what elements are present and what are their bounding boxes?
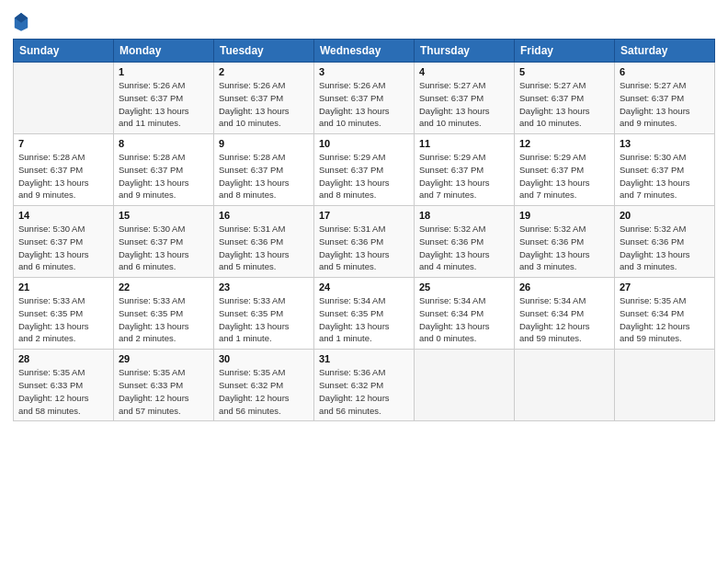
calendar-cell: 5Sunrise: 5:27 AM Sunset: 6:37 PM Daylig…	[515, 63, 615, 134]
calendar-cell	[615, 350, 715, 421]
calendar-header: SundayMondayTuesdayWednesdayThursdayFrid…	[14, 40, 715, 63]
logo-icon	[13, 11, 29, 31]
day-of-week-header: Wednesday	[314, 40, 415, 63]
day-of-week-header: Thursday	[415, 40, 515, 63]
calendar-cell: 6Sunrise: 5:27 AM Sunset: 6:37 PM Daylig…	[615, 63, 715, 134]
day-info: Sunrise: 5:26 AM Sunset: 6:37 PM Dayligh…	[219, 79, 309, 130]
calendar-cell: 18Sunrise: 5:32 AM Sunset: 6:36 PM Dayli…	[415, 206, 515, 278]
day-number: 31	[319, 353, 409, 364]
calendar-cell: 24Sunrise: 5:34 AM Sunset: 6:35 PM Dayli…	[314, 278, 415, 350]
day-number: 22	[119, 282, 209, 293]
day-info: Sunrise: 5:36 AM Sunset: 6:32 PM Dayligh…	[319, 366, 409, 417]
day-info: Sunrise: 5:27 AM Sunset: 6:37 PM Dayligh…	[419, 79, 509, 130]
day-number: 30	[219, 353, 309, 364]
calendar-cell: 16Sunrise: 5:31 AM Sunset: 6:36 PM Dayli…	[214, 206, 314, 278]
calendar-cell: 21Sunrise: 5:33 AM Sunset: 6:35 PM Dayli…	[14, 278, 114, 350]
calendar-cell: 17Sunrise: 5:31 AM Sunset: 6:36 PM Dayli…	[314, 206, 415, 278]
calendar-cell: 30Sunrise: 5:35 AM Sunset: 6:32 PM Dayli…	[214, 350, 314, 421]
calendar-cell: 10Sunrise: 5:29 AM Sunset: 6:37 PM Dayli…	[314, 134, 415, 206]
calendar-cell: 1Sunrise: 5:26 AM Sunset: 6:37 PM Daylig…	[114, 63, 214, 134]
day-number: 16	[219, 210, 309, 221]
day-info: Sunrise: 5:33 AM Sunset: 6:35 PM Dayligh…	[119, 294, 209, 345]
calendar-cell: 12Sunrise: 5:29 AM Sunset: 6:37 PM Dayli…	[515, 134, 615, 206]
day-of-week-header: Monday	[114, 40, 214, 63]
day-number: 20	[620, 210, 710, 221]
calendar-cell: 8Sunrise: 5:28 AM Sunset: 6:37 PM Daylig…	[114, 134, 214, 206]
day-info: Sunrise: 5:28 AM Sunset: 6:37 PM Dayligh…	[18, 151, 108, 201]
calendar-cell: 19Sunrise: 5:32 AM Sunset: 6:36 PM Dayli…	[515, 206, 615, 278]
day-info: Sunrise: 5:29 AM Sunset: 6:37 PM Dayligh…	[419, 151, 509, 201]
calendar-week-row: 14Sunrise: 5:30 AM Sunset: 6:37 PM Dayli…	[14, 206, 715, 278]
day-number: 18	[419, 210, 509, 221]
calendar-cell: 22Sunrise: 5:33 AM Sunset: 6:35 PM Dayli…	[114, 278, 214, 350]
day-info: Sunrise: 5:33 AM Sunset: 6:35 PM Dayligh…	[219, 294, 309, 345]
calendar-body: 1Sunrise: 5:26 AM Sunset: 6:37 PM Daylig…	[14, 63, 715, 421]
calendar-cell: 14Sunrise: 5:30 AM Sunset: 6:37 PM Dayli…	[14, 206, 114, 278]
day-number: 12	[519, 138, 609, 149]
day-number: 23	[219, 282, 309, 293]
calendar-cell: 26Sunrise: 5:34 AM Sunset: 6:34 PM Dayli…	[515, 278, 615, 350]
day-number: 21	[18, 282, 108, 293]
day-number: 9	[219, 138, 309, 149]
header	[13, 11, 715, 31]
day-number: 1	[119, 66, 209, 77]
day-info: Sunrise: 5:34 AM Sunset: 6:34 PM Dayligh…	[519, 294, 609, 345]
day-number: 5	[519, 66, 609, 77]
calendar-table: SundayMondayTuesdayWednesdayThursdayFrid…	[13, 39, 715, 421]
day-info: Sunrise: 5:32 AM Sunset: 6:36 PM Dayligh…	[419, 223, 509, 273]
calendar-cell: 9Sunrise: 5:28 AM Sunset: 6:37 PM Daylig…	[214, 134, 314, 206]
calendar-cell: 29Sunrise: 5:35 AM Sunset: 6:33 PM Dayli…	[114, 350, 214, 421]
day-number: 19	[519, 210, 609, 221]
day-info: Sunrise: 5:28 AM Sunset: 6:37 PM Dayligh…	[219, 151, 309, 201]
day-number: 25	[419, 282, 509, 293]
calendar-cell: 13Sunrise: 5:30 AM Sunset: 6:37 PM Dayli…	[615, 134, 715, 206]
calendar-cell: 20Sunrise: 5:32 AM Sunset: 6:36 PM Dayli…	[615, 206, 715, 278]
day-number: 6	[620, 66, 710, 77]
day-info: Sunrise: 5:35 AM Sunset: 6:34 PM Dayligh…	[620, 294, 710, 345]
calendar-cell	[415, 350, 515, 421]
calendar-cell: 31Sunrise: 5:36 AM Sunset: 6:32 PM Dayli…	[314, 350, 415, 421]
day-number: 3	[319, 66, 409, 77]
logo	[13, 11, 33, 31]
day-number: 29	[119, 353, 209, 364]
day-info: Sunrise: 5:27 AM Sunset: 6:37 PM Dayligh…	[620, 79, 710, 130]
day-info: Sunrise: 5:30 AM Sunset: 6:37 PM Dayligh…	[119, 223, 209, 273]
calendar-week-row: 28Sunrise: 5:35 AM Sunset: 6:33 PM Dayli…	[14, 350, 715, 421]
day-number: 17	[319, 210, 409, 221]
day-info: Sunrise: 5:35 AM Sunset: 6:33 PM Dayligh…	[119, 366, 209, 417]
day-number: 26	[519, 282, 609, 293]
day-info: Sunrise: 5:26 AM Sunset: 6:37 PM Dayligh…	[319, 79, 409, 130]
calendar-cell: 7Sunrise: 5:28 AM Sunset: 6:37 PM Daylig…	[14, 134, 114, 206]
day-number: 7	[18, 138, 108, 149]
day-number: 24	[319, 282, 409, 293]
day-number: 4	[419, 66, 509, 77]
day-info: Sunrise: 5:26 AM Sunset: 6:37 PM Dayligh…	[119, 79, 209, 130]
calendar-cell: 25Sunrise: 5:34 AM Sunset: 6:34 PM Dayli…	[415, 278, 515, 350]
day-info: Sunrise: 5:29 AM Sunset: 6:37 PM Dayligh…	[519, 151, 609, 201]
day-number: 2	[219, 66, 309, 77]
calendar-cell: 27Sunrise: 5:35 AM Sunset: 6:34 PM Dayli…	[615, 278, 715, 350]
day-of-week-header: Saturday	[615, 40, 715, 63]
day-of-week-header: Sunday	[14, 40, 114, 63]
day-info: Sunrise: 5:35 AM Sunset: 6:32 PM Dayligh…	[219, 366, 309, 417]
calendar-cell	[515, 350, 615, 421]
calendar-cell: 2Sunrise: 5:26 AM Sunset: 6:37 PM Daylig…	[214, 63, 314, 134]
day-number: 15	[119, 210, 209, 221]
day-number: 28	[18, 353, 108, 364]
calendar-week-row: 1Sunrise: 5:26 AM Sunset: 6:37 PM Daylig…	[14, 63, 715, 134]
day-info: Sunrise: 5:32 AM Sunset: 6:36 PM Dayligh…	[620, 223, 710, 273]
calendar-week-row: 7Sunrise: 5:28 AM Sunset: 6:37 PM Daylig…	[14, 134, 715, 206]
page-container: SundayMondayTuesdayWednesdayThursdayFrid…	[0, 0, 728, 432]
calendar-cell: 23Sunrise: 5:33 AM Sunset: 6:35 PM Dayli…	[214, 278, 314, 350]
calendar-cell: 4Sunrise: 5:27 AM Sunset: 6:37 PM Daylig…	[415, 63, 515, 134]
day-info: Sunrise: 5:31 AM Sunset: 6:36 PM Dayligh…	[319, 223, 409, 273]
day-number: 11	[419, 138, 509, 149]
day-info: Sunrise: 5:27 AM Sunset: 6:37 PM Dayligh…	[519, 79, 609, 130]
day-info: Sunrise: 5:33 AM Sunset: 6:35 PM Dayligh…	[18, 294, 108, 345]
calendar-cell: 28Sunrise: 5:35 AM Sunset: 6:33 PM Dayli…	[14, 350, 114, 421]
day-number: 14	[18, 210, 108, 221]
day-info: Sunrise: 5:30 AM Sunset: 6:37 PM Dayligh…	[18, 223, 108, 273]
header-row: SundayMondayTuesdayWednesdayThursdayFrid…	[14, 40, 715, 63]
day-number: 10	[319, 138, 409, 149]
day-info: Sunrise: 5:30 AM Sunset: 6:37 PM Dayligh…	[620, 151, 710, 201]
